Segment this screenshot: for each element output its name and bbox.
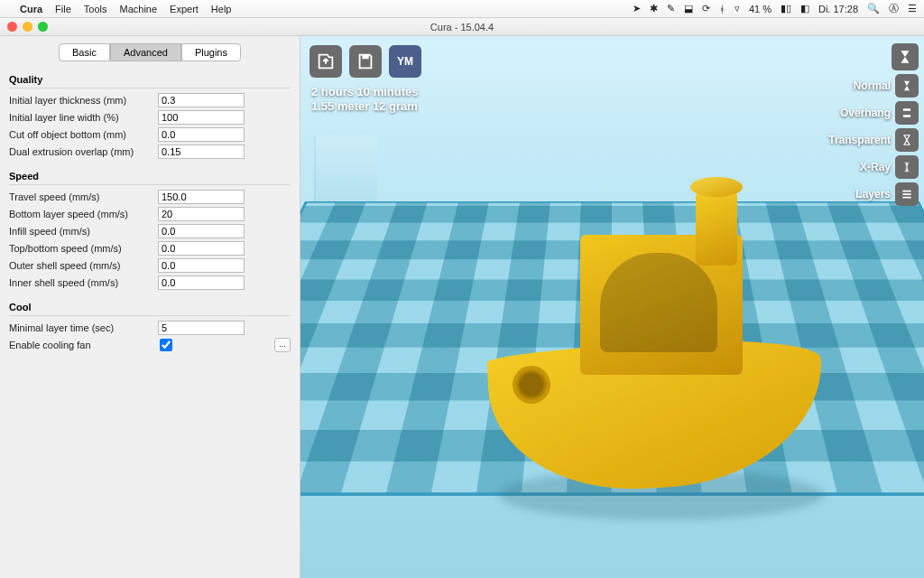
save-icon xyxy=(356,51,375,71)
input-bottom-layer-speed[interactable] xyxy=(158,207,245,221)
label-enable-cooling-fan: Enable cooling fan xyxy=(9,340,158,350)
section-cool: Cool xyxy=(9,298,291,316)
pencil-icon[interactable]: ✎ xyxy=(667,3,675,14)
checkbox-enable-cooling-fan[interactable] xyxy=(160,339,172,351)
bluetooth-icon[interactable]: ᚼ xyxy=(719,4,725,14)
notif-center-icon[interactable]: ☰ xyxy=(908,3,917,14)
input-inner-shell-speed[interactable] xyxy=(158,275,245,290)
viewmode-xray-button[interactable] xyxy=(895,155,919,179)
load-model-button[interactable] xyxy=(310,45,342,78)
maximize-button[interactable] xyxy=(38,22,48,32)
status-arrows-icon[interactable]: ➤ xyxy=(633,3,641,14)
hourglass-icon xyxy=(897,49,913,65)
label-outer-shell-speed: Outer shell speed (mm/s) xyxy=(9,260,158,271)
viewmode-xray-label: X-Ray xyxy=(860,161,891,173)
label-dual-extrusion-overlap: Dual extrusion overlap (mm) xyxy=(9,146,158,157)
label-bottom-layer-speed: Bottom layer speed (mm/s) xyxy=(9,209,158,219)
input-outer-shell-speed[interactable] xyxy=(158,258,245,273)
benchy-porthole xyxy=(513,366,550,404)
tab-advanced[interactable]: Advanced xyxy=(110,43,181,61)
label-inner-shell-speed: Inner shell speed (mm/s) xyxy=(9,277,158,288)
settings-panel: Basic Advanced Plugins Quality Initial l… xyxy=(0,36,300,578)
clock[interactable]: Di. 17:28 xyxy=(818,4,858,14)
appstore-icon[interactable]: Ⓐ xyxy=(889,2,899,15)
viewmode-menu-button[interactable] xyxy=(892,43,919,70)
transparent-icon xyxy=(901,134,913,146)
viewmode-overhang-label: Overhang xyxy=(840,107,891,119)
viewmode-overhang-button[interactable] xyxy=(895,101,919,125)
close-button[interactable] xyxy=(7,22,17,32)
input-initial-layer-line-width[interactable] xyxy=(158,110,245,125)
viewmode-layers-label: Layers xyxy=(855,188,891,200)
menu-tools[interactable]: Tools xyxy=(84,4,107,14)
open-file-icon xyxy=(316,51,336,71)
input-top-bottom-speed[interactable] xyxy=(158,241,245,256)
tab-plugins[interactable]: Plugins xyxy=(181,43,241,61)
viewmode-normal-label: Normal xyxy=(854,79,891,92)
menu-file[interactable]: File xyxy=(55,4,71,14)
layers-icon xyxy=(901,188,913,200)
label-initial-layer-line-width: Initial layer line width (%) xyxy=(9,112,158,123)
window-title: Cura - 15.04.4 xyxy=(430,22,494,33)
macos-menubar: Cura File Tools Machine Expert Help ➤ ✱ … xyxy=(0,0,924,18)
wifi-icon[interactable]: ▿ xyxy=(735,3,740,14)
label-infill-speed: Infill speed (mm/s) xyxy=(9,226,158,237)
save-gcode-button[interactable] xyxy=(349,45,382,78)
spotlight-icon[interactable]: 🔍 xyxy=(867,3,880,14)
youmagine-button[interactable]: YM xyxy=(389,45,421,78)
label-minimal-layer-time: Minimal layer time (sec) xyxy=(9,322,158,333)
settings-tabs: Basic Advanced Plugins xyxy=(9,43,291,61)
section-speed: Speed xyxy=(9,167,291,185)
section-quality: Quality xyxy=(9,70,291,89)
input-source-icon[interactable]: ◧ xyxy=(800,3,809,14)
menu-expert[interactable]: Expert xyxy=(170,4,199,14)
input-minimal-layer-time[interactable] xyxy=(158,321,245,335)
input-travel-speed[interactable] xyxy=(158,190,245,204)
sync-icon[interactable]: ⟳ xyxy=(702,3,710,14)
print-material: 1.55 meter 12 gram xyxy=(311,99,418,114)
menu-help[interactable]: Help xyxy=(211,4,232,14)
viewport-toolbar: YM xyxy=(310,45,421,78)
dropbox-icon[interactable]: ⬓ xyxy=(684,3,693,14)
app-menu[interactable]: Cura xyxy=(20,4,42,14)
print-estimate: 2 hours 10 minutes 1.55 meter 12 gram xyxy=(311,85,418,115)
tab-basic[interactable]: Basic xyxy=(59,43,110,61)
battery-percent: 41 % xyxy=(749,4,772,14)
label-top-bottom-speed: Top/bottom speed (mm/s) xyxy=(9,243,158,254)
menu-machine[interactable]: Machine xyxy=(119,4,157,14)
cooling-fan-options-button[interactable]: ... xyxy=(274,338,291,352)
viewmode-transparent-button[interactable] xyxy=(895,128,919,152)
input-cut-off-bottom[interactable] xyxy=(158,127,245,142)
input-dual-extrusion-overlap[interactable] xyxy=(158,144,245,159)
viewmode-transparent-label: Transparent xyxy=(828,134,891,146)
print-time: 2 hours 10 minutes xyxy=(311,85,418,99)
svg-rect-0 xyxy=(362,55,368,60)
benchy-chimney xyxy=(696,191,737,266)
viewmode-layers-button[interactable] xyxy=(895,182,919,206)
input-infill-speed[interactable] xyxy=(158,224,245,238)
youmagine-icon: YM xyxy=(397,55,413,68)
input-initial-layer-thickness[interactable] xyxy=(158,93,245,107)
normal-icon xyxy=(901,79,913,92)
window-titlebar: Cura - 15.04.4 xyxy=(0,18,924,36)
label-travel-speed: Travel speed (mm/s) xyxy=(9,191,158,202)
model-3dbenchy[interactable] xyxy=(463,172,851,533)
overhang-icon xyxy=(901,107,913,119)
viewmode-normal-button[interactable] xyxy=(895,74,919,98)
battery-icon[interactable]: ▮▯ xyxy=(781,3,791,14)
3d-viewport[interactable]: YM 2 hours 10 minutes 1.55 meter 12 gram… xyxy=(300,36,924,578)
label-initial-layer-thickness: Initial layer thickness (mm) xyxy=(9,95,158,106)
view-mode-panel: Normal Overhang Transparent X-Ray xyxy=(828,43,919,206)
minimize-button[interactable] xyxy=(23,22,32,32)
evernote-icon[interactable]: ✱ xyxy=(650,3,658,14)
xray-icon xyxy=(901,161,913,173)
label-cut-off-bottom: Cut off object bottom (mm) xyxy=(9,129,158,140)
